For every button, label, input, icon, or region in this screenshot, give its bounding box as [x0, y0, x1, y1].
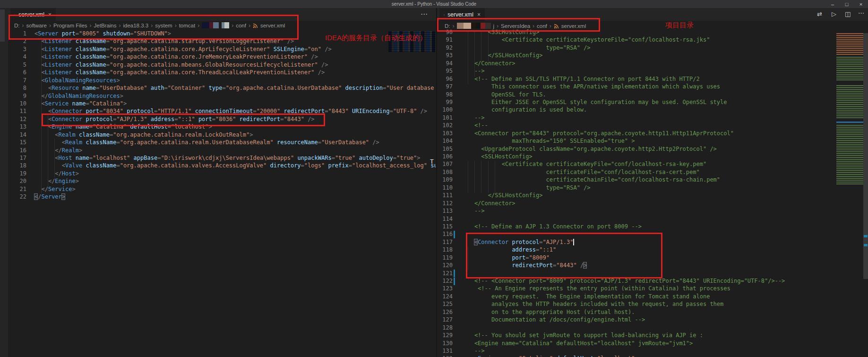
code-line[interactable]: 124 every request. The Engine implementa…	[437, 293, 836, 300]
code-line[interactable]: 7 <GlobalNamingResources>	[9, 77, 436, 84]
line-number: 18	[9, 162, 26, 169]
line-number: 4	[9, 53, 26, 61]
code-line[interactable]: 111 </SSLHostConfig>	[437, 192, 836, 199]
line-number: 120	[437, 261, 453, 269]
line-number: 108	[437, 168, 453, 176]
line-number: 6	[9, 69, 26, 76]
code-line[interactable]: 17 <Host name="localhost" appBase="D:\ir…	[9, 154, 436, 162]
line-number: 104	[437, 137, 453, 145]
line-number: 113	[437, 207, 453, 215]
code-line[interactable]: 107 <Certificate certificateKeyFile="con…	[437, 160, 836, 168]
code-line[interactable]: 105 <UpgradeProtocol className="org.apac…	[437, 145, 836, 153]
split-editor-icon[interactable]: ◫	[845, 10, 851, 17]
tab-close-icon[interactable]: ×	[477, 11, 481, 18]
code-line[interactable]: 22</Server>	[9, 193, 436, 200]
line-number: 93	[437, 52, 453, 59]
code-line[interactable]: 20 </Engine>	[9, 177, 436, 185]
code-line[interactable]: 3 <Listener className="org.apache.catali…	[9, 45, 436, 53]
close-icon[interactable]: ×	[854, 0, 868, 8]
code-line[interactable]: 15 <Realm className="org.apache.catalina…	[9, 139, 436, 146]
code-line[interactable]: 129 <!-- You should set jvmRoute to supp…	[437, 331, 836, 339]
code-line[interactable]: 99 Either JSSE or OpenSSL style configur…	[437, 98, 836, 106]
code-line[interactable]: 21 </Service>	[9, 185, 436, 193]
annotation-box-ajp-connector-right	[466, 233, 662, 279]
code-line[interactable]: 110 type="RSA" />	[437, 184, 836, 192]
line-number: 95	[437, 67, 453, 75]
code-line[interactable]: 9 </GlobalNamingResources>	[9, 92, 436, 100]
minimap-block	[836, 57, 863, 81]
line-number: 131	[437, 347, 453, 355]
code-line[interactable]: 125 analyzes the HTTP headers included w…	[437, 300, 836, 308]
code-line[interactable]: 10 <Service name="Catalina">	[9, 100, 436, 107]
line-number: 127	[437, 316, 453, 323]
line-number: 129	[437, 331, 453, 339]
run-icon[interactable]: ▷	[832, 10, 836, 17]
line-number: 98	[437, 91, 453, 98]
code-line[interactable]: 6 <Listener className="org.apache.catali…	[9, 69, 436, 76]
indent-guide	[468, 30, 468, 84]
code-line[interactable]: 115 <!-- Define an AJP 1.3 Connector on …	[437, 223, 836, 230]
code-line[interactable]: 109 certificateChainFile="conf/localhost…	[437, 176, 836, 183]
minimap-right[interactable]	[836, 32, 863, 188]
code-line[interactable]: 5 <Listener className="org.apache.catali…	[9, 61, 436, 69]
code-line[interactable]: 128	[437, 324, 836, 331]
more-actions-icon[interactable]: ⋯	[858, 9, 864, 17]
minimap-divider	[836, 122, 863, 123]
code-line[interactable]: 95 -->	[437, 67, 836, 75]
code-line[interactable]: 132 <Engine name="Catalina" defaultHost=…	[437, 355, 836, 357]
code-line[interactable]: 103 <Connector port="8443" protocol="org…	[437, 130, 836, 137]
line-number: 103	[437, 130, 453, 137]
editor-left[interactable]: 1<Server port="8005" shutdown="SHUTDOWN"…	[9, 30, 436, 357]
line-number: 92	[437, 44, 453, 52]
line-number: 110	[437, 184, 453, 192]
line-number: 12	[9, 115, 26, 123]
code-line[interactable]: 101 -->	[437, 114, 836, 122]
code-line[interactable]: 123 <!-- An Engine represents the entry …	[437, 285, 836, 292]
code-line[interactable]: 131 -->	[437, 347, 836, 355]
code-line[interactable]: 130 <Engine name="Catalina" defaultHost=…	[437, 340, 836, 347]
code-line[interactable]: 14 <Realm className="org.apache.catalina…	[9, 131, 436, 139]
code-line[interactable]: 127 Documentation at /docs/config/engine…	[437, 316, 836, 323]
code-line[interactable]: 96 <!-- Define an SSL/TLS HTTP/1.1 Conne…	[437, 75, 836, 83]
code-line[interactable]: 18 <Valve className="org.apache.catalina…	[9, 162, 436, 169]
line-number: 17	[9, 154, 26, 162]
code-line[interactable]: 102 <!--	[437, 122, 836, 129]
scrollbar[interactable]	[863, 33, 868, 279]
editor-right[interactable]: 90 <SSLHostConfig>91 <Certificate certif…	[437, 28, 836, 357]
bracket-match-highlight	[61, 193, 65, 200]
code-line[interactable]: 113 -->	[437, 207, 836, 215]
code-line[interactable]: 106 <SSLHostConfig>	[437, 153, 836, 160]
editor-more-actions-icon[interactable]: ⋯	[421, 10, 428, 18]
tab-label: server.xml	[447, 11, 473, 18]
code-line[interactable]: 108 certificateFile="conf/localhost-rsa-…	[437, 168, 836, 176]
indent-guide	[468, 161, 468, 193]
code-line[interactable]: 92 type="RSA" />	[437, 44, 836, 52]
code-line[interactable]: 94 </Connector>	[437, 60, 836, 67]
code-line[interactable]: 93 </SSLHostConfig>	[437, 52, 836, 59]
code-line[interactable]: 126 on to the appropriate Host (virtual …	[437, 308, 836, 316]
code-line[interactable]: 16 </Realm>	[9, 147, 436, 154]
open-changes-icon[interactable]: ⇄	[817, 10, 822, 17]
left-edge-strip	[0, 8, 8, 357]
code-line[interactable]: 104 maxThreads="150" SSLEnabled="true" >	[437, 137, 836, 145]
line-number: 91	[437, 36, 453, 44]
line-number: 15	[9, 139, 26, 146]
code-line[interactable]: 114	[437, 215, 836, 223]
line-number: 9	[9, 92, 26, 100]
line-number: 107	[437, 160, 453, 168]
minimize-icon[interactable]: –	[825, 0, 840, 8]
line-number: 10	[9, 100, 26, 107]
code-line[interactable]: 98 OpenSSL for TLS.	[437, 91, 836, 98]
restore-icon[interactable]: □	[840, 0, 854, 8]
indent-guide	[481, 161, 481, 193]
indent-guide	[481, 30, 481, 61]
code-line[interactable]: 112 </Connector>	[437, 200, 836, 207]
line-number: 111	[437, 192, 453, 199]
code-line[interactable]: 8 <Resource name="UserDatabase" auth="Co…	[9, 84, 436, 92]
code-line[interactable]: 97 This connector uses the APR/native im…	[437, 83, 836, 90]
code-line[interactable]: 91 <Certificate certificateKeystoreFile=…	[437, 36, 836, 44]
code-line[interactable]: 100 configuration is used below.	[437, 106, 836, 113]
code-line[interactable]: 4 <Listener className="org.apache.catali…	[9, 53, 436, 61]
code-line[interactable]: 19 </Host>	[9, 170, 436, 177]
line-number: 122	[437, 277, 453, 285]
